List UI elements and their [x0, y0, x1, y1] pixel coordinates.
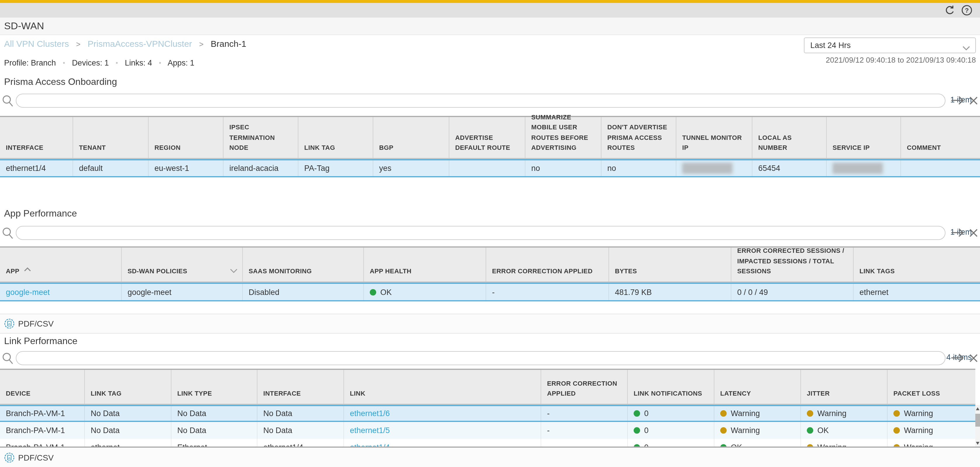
onboarding-table: INTERFACE TENANT REGION IPSEC TERMINATIO… — [0, 116, 980, 177]
cell-notifications: 0 — [628, 422, 714, 439]
column-header[interactable]: LINK — [344, 370, 541, 404]
column-header[interactable]: REGION — [149, 117, 223, 158]
summary-separator: • — [116, 59, 118, 66]
column-header[interactable]: LINK TAG — [85, 370, 172, 404]
links-table-scrollbar[interactable] — [975, 405, 980, 447]
pdf-csv-export-button[interactable]: PDF/CSV — [4, 318, 54, 329]
cell-link-type: No Data — [172, 422, 258, 439]
status-dot — [893, 427, 900, 434]
table-row[interactable]: Branch-PA-VM-1 No Data No Data No Data e… — [0, 422, 975, 439]
cell-tunnel-monitor-ip — [676, 160, 752, 176]
status-label: Warning — [731, 426, 760, 435]
column-header[interactable]: JITTER — [801, 370, 888, 404]
column-header[interactable]: DON'T ADVERTISE PRISMA ACCESS ROUTES — [601, 117, 676, 158]
summary-links: Links: 4 — [125, 59, 152, 67]
column-header[interactable]: LINK TAGS — [854, 247, 980, 282]
table-row[interactable]: Branch-PA-VM-1 ethernet Ethernet etherne… — [0, 439, 975, 447]
column-header[interactable]: DEVICE — [0, 370, 85, 404]
cell-error-correction: - — [541, 439, 628, 447]
column-header[interactable]: ERROR CORRECTED SESSIONS / IMPACTED SESS… — [731, 247, 854, 282]
links-table-header: DEVICE LINK TAG LINK TYPE INTERFACE LINK… — [0, 369, 975, 405]
column-header[interactable]: INTERFACE — [0, 117, 73, 158]
column-header[interactable]: COMMENT — [901, 117, 980, 158]
breadcrumb-separator: > — [199, 40, 204, 49]
cell-link-tag: No Data — [85, 406, 172, 421]
status-dot — [720, 410, 727, 417]
column-label: APP — [6, 266, 19, 277]
table-row[interactable]: Branch-PA-VM-1 No Data No Data No Data e… — [0, 405, 975, 422]
time-range-select[interactable]: Last 24 Hrs — [804, 37, 976, 53]
column-header[interactable]: TUNNEL MONITOR IP — [676, 117, 752, 158]
links-search-input[interactable] — [16, 351, 945, 365]
chevron-down-icon[interactable] — [230, 266, 237, 277]
time-range-value: Last 24 Hrs — [810, 38, 851, 53]
column-header[interactable]: SAAS MONITORING — [243, 247, 364, 282]
search-icon — [2, 95, 14, 107]
apps-table-header: APP SD-WAN POLICIES SAAS MONITORING APP … — [0, 246, 980, 283]
column-header[interactable]: APP HEALTH — [364, 247, 486, 282]
cell-link: ethernet1/5 — [344, 422, 541, 439]
column-header[interactable]: ERROR CORRECTION APPLIED — [486, 247, 609, 282]
column-header[interactable]: LOCAL AS NUMBER — [752, 117, 827, 158]
table-row[interactable]: ethernet1/4 default eu-west-1 ireland-ac… — [0, 159, 980, 177]
cell-error-correction: - — [541, 422, 628, 439]
table-row[interactable]: google-meet google-meet Disabled OK - 48… — [0, 283, 980, 301]
link-detail-link[interactable]: ethernet1/6 — [350, 409, 390, 418]
apply-filter-icon[interactable] — [951, 227, 965, 238]
cell-device: Branch-PA-VM-1 — [0, 422, 85, 439]
breadcrumb-all-vpn-clusters[interactable]: All VPN Clusters — [4, 38, 69, 49]
column-header[interactable]: LATENCY — [714, 370, 801, 404]
column-header[interactable]: ERROR CORRECTION APPLIED — [541, 370, 628, 404]
scroll-up-icon[interactable] — [976, 407, 979, 410]
summary-separator: • — [63, 59, 65, 66]
cell-tenant: default — [73, 160, 149, 176]
column-header[interactable]: INTERFACE — [258, 370, 344, 404]
cell-link-type: No Data — [172, 406, 258, 421]
cell-interface: ethernet1/4 — [258, 439, 344, 447]
column-header-app[interactable]: APP — [0, 247, 122, 282]
links-table: DEVICE LINK TAG LINK TYPE INTERFACE LINK… — [0, 369, 975, 447]
cell-notifications: 0 — [628, 406, 714, 421]
clear-filter-icon[interactable] — [969, 228, 978, 237]
column-label: SD-WAN POLICIES — [127, 266, 187, 277]
apps-export-bar: PDF/CSV — [0, 314, 980, 333]
link-detail-link[interactable]: ethernet1/5 — [350, 426, 390, 435]
scrollbar-thumb[interactable] — [975, 414, 980, 427]
summary-profile: Profile: Branch — [4, 59, 56, 67]
links-section-title: Link Performance — [4, 336, 78, 346]
column-header[interactable]: IPSEC TERMINATION NODE — [223, 117, 298, 158]
breadcrumb-vpn-cluster[interactable]: PrismaAccess-VPNCluster — [88, 38, 192, 49]
cell-error-correction: - — [541, 406, 628, 421]
refresh-icon[interactable] — [944, 5, 955, 16]
apply-filter-icon[interactable] — [951, 95, 965, 106]
column-header[interactable]: SERVICE IP — [827, 117, 901, 158]
cell-sdwan-policies: google-meet — [122, 284, 243, 300]
column-header[interactable]: SUMMARIZE MOBILE USER ROUTES BEFORE ADVE… — [525, 117, 601, 158]
app-link[interactable]: google-meet — [6, 288, 50, 296]
cell-link-tags: ethernet — [854, 284, 980, 300]
column-header[interactable]: LINK TYPE — [172, 370, 258, 404]
pdf-csv-export-button[interactable]: PDF/CSV — [4, 452, 54, 462]
cell-interface: No Data — [258, 406, 344, 421]
column-header[interactable]: ADVERTISE DEFAULT ROUTE — [449, 117, 525, 158]
apply-filter-icon[interactable] — [951, 352, 965, 363]
apps-search-input[interactable] — [16, 226, 945, 240]
status-dot — [634, 427, 640, 434]
column-header[interactable]: LINK NOTIFICATIONS — [628, 370, 714, 404]
cell-notifications: 0 — [628, 439, 714, 447]
cell-latency: Warning — [714, 406, 801, 421]
column-header[interactable]: PACKET LOSS — [888, 370, 975, 404]
help-icon[interactable]: ? — [961, 5, 972, 16]
clear-filter-icon[interactable] — [969, 96, 978, 105]
cell-error-correction: - — [486, 284, 609, 300]
column-header-sdwan-policies[interactable]: SD-WAN POLICIES — [122, 247, 243, 282]
clear-filter-icon[interactable] — [969, 354, 978, 363]
column-header[interactable]: TENANT — [73, 117, 149, 158]
column-header[interactable]: BGP — [373, 117, 449, 158]
apps-section-title: App Performance — [4, 208, 77, 219]
onboarding-search-input[interactable] — [16, 94, 945, 108]
scroll-down-icon[interactable] — [976, 442, 979, 445]
cell-packet-loss: Warning — [888, 439, 975, 447]
column-header[interactable]: LINK TAG — [298, 117, 373, 158]
column-header[interactable]: BYTES — [609, 247, 731, 282]
